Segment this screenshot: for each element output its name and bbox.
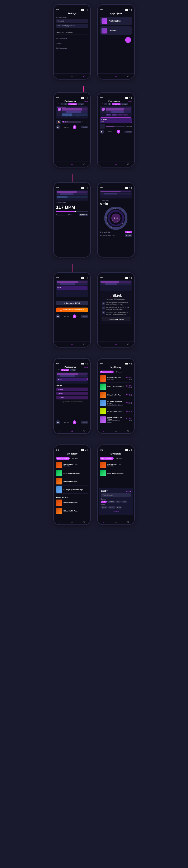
lib2-tab-icon-1[interactable]: ♪ — [58, 520, 62, 524]
section-verse[interactable]: Verse 1 — [106, 114, 111, 116]
daw-tab-music-2[interactable]: ♪ — [102, 162, 106, 166]
undo-btn[interactable]: ↩ — [56, 103, 58, 105]
trash-btn[interactable]: 🗑 — [64, 103, 68, 105]
blanks-option-1[interactable]: 4 Bars — [56, 388, 88, 391]
daw-tab-home[interactable]: ⌂ — [70, 162, 74, 166]
lib3-tab-explore[interactable]: Explore — [115, 457, 123, 460]
key-wheel[interactable]: C G D A E B F# Db Ab Eb a e b f — [105, 207, 127, 230]
delete-account-link[interactable]: Delete account — [56, 46, 88, 50]
apply-btn[interactable]: Apply — [126, 490, 131, 492]
lib-tab-icon-1[interactable]: ♪ — [102, 429, 106, 433]
bpm-slider[interactable] — [56, 211, 88, 212]
track-content-2b[interactable] — [106, 111, 131, 113]
connect-tiktok-btn[interactable]: ♪ Connect to TikTok — [56, 301, 88, 305]
project-item-1[interactable]: First mashup › — [100, 17, 132, 25]
daw-back-1[interactable]: ‹ — [56, 100, 57, 102]
blanks-option-2[interactable]: 8 Bars — [56, 392, 88, 395]
section-verse2[interactable]: Verse 2 — [117, 114, 123, 116]
blanks-pitch-btn[interactable]: ♪ Pitch — [70, 369, 76, 371]
lib-item-4[interactable]: La mujer que bota fuego Natalia Natalia,… — [100, 399, 132, 407]
login-tiktok-btn[interactable]: ♪ Log in with TikTok — [102, 317, 130, 321]
share-button-2[interactable]: ↑ Share — [124, 131, 132, 133]
daw-tab-settings[interactable]: ⚙ — [82, 162, 86, 166]
blanks-save[interactable]: Save — [84, 366, 88, 368]
lib-item-3[interactable]: Nikes On My Feet 120 BPM 74 Mi — [100, 391, 132, 399]
social-share-btn[interactable]: ↑Share — [81, 315, 88, 318]
lib-item-2[interactable]: Little Miss Sunshine 110 BPM 89 Ml — [100, 383, 132, 391]
lib2-tab-icon-3[interactable]: ⚙ — [82, 520, 86, 524]
genre-hiphop[interactable]: Hip-hop — [107, 501, 115, 503]
lib3-item-1[interactable]: Nikes On My Feet Mac Miller — [100, 461, 132, 469]
timeline-scrubber[interactable] — [57, 107, 87, 107]
connect-soundcloud-btn[interactable]: ☁ Connect with SoundCloud — [56, 308, 88, 312]
lib3-tab-icon-3[interactable]: ⚙ — [126, 520, 130, 524]
lib2-tab-explore[interactable]: Explore — [71, 457, 79, 460]
sort-option-1[interactable]: Project match — [101, 493, 131, 497]
lib2-item-2[interactable]: Little Miss Sunshine — [56, 469, 88, 477]
lib3-item-2[interactable]: Little Miss Sunshine — [100, 469, 132, 477]
pitch-btn-1[interactable]: ♪ Pitch — [77, 103, 84, 105]
tiktok-tab-1[interactable]: ♪ — [102, 342, 106, 346]
email-field[interactable]: XX1389309@gmail.com — [56, 24, 88, 28]
lib2-item-1[interactable]: Nikes On My Feet Mac Miller — [56, 461, 88, 469]
rec-key-value[interactable]: C min — [125, 234, 132, 237]
mood-happy[interactable]: Happy — [101, 506, 108, 508]
tab-home[interactable]: ⌂ — [70, 74, 74, 78]
blanks-option-3[interactable]: 16 Bars — [56, 396, 88, 399]
clear-all-btn[interactable]: Clear all — [113, 511, 119, 513]
genre-rock[interactable]: Rock — [121, 501, 127, 503]
tab-settings-2[interactable]: ⚙ — [126, 74, 130, 78]
trash-btn-2[interactable]: 🗑 — [108, 103, 111, 105]
mood-groovy[interactable]: Groovy — [108, 506, 115, 508]
lib-item-1[interactable]: Nikes On My Feet Mac Miller 120 BPM 74 M… — [100, 375, 132, 383]
done-button[interactable]: Done — [125, 231, 132, 233]
send-feedback-link[interactable]: Send feedback — [56, 36, 88, 40]
blanks-tab-2[interactable]: ⌂ — [70, 429, 74, 433]
tab-music-2[interactable]: ♪ — [102, 74, 106, 78]
rec-bpm-value[interactable]: 117 BPM — [79, 214, 88, 216]
timeline-scrubber-2[interactable] — [101, 107, 131, 107]
section-verse3[interactable]: Verse 3 — [123, 114, 128, 116]
scissors-btn[interactable]: ✂ — [61, 103, 64, 105]
blanks-undo[interactable]: ↩ — [56, 369, 58, 371]
lib2-item-3[interactable]: Nikes On My Feet — [56, 477, 88, 486]
tab-music[interactable]: ♪ — [58, 74, 62, 78]
daw-save-1[interactable]: Save — [84, 100, 88, 102]
daw-tab-music[interactable]: ♪ — [58, 162, 62, 166]
redo-btn[interactable]: ↪ — [58, 103, 60, 105]
social-tab-2[interactable]: ⌂ — [70, 342, 74, 346]
mood-rnb[interactable]: R'n'b — [116, 506, 122, 508]
create-project-button[interactable]: + — [125, 37, 131, 43]
lib3-tab-rec[interactable]: Recommended — [100, 457, 114, 460]
lib3-tab-icon-2[interactable]: ⌂ — [114, 520, 118, 524]
lib2-item-5[interactable]: Nikes On My Feet — [56, 499, 88, 507]
social-tab-1[interactable]: ♪ — [58, 342, 62, 346]
lib-tab-explore[interactable]: Explore — [115, 371, 123, 373]
share-button-1[interactable]: ↑ Share — [81, 126, 88, 128]
blanks-add[interactable]: + — [73, 421, 76, 424]
daw-tab-settings-2[interactable]: ⚙ — [126, 162, 130, 166]
lib-item-5[interactable]: Designed Freedom 140 BPM — [100, 407, 132, 415]
tab-home-active[interactable]: ⌂ — [114, 74, 118, 78]
tiktok-tab-2[interactable]: ⌂ — [114, 342, 118, 346]
lib2-item-6[interactable]: Nikes On My Feet — [56, 507, 88, 515]
track-content-3[interactable] — [62, 114, 87, 116]
selected-block[interactable]: 4 Bars Kick — [100, 118, 132, 123]
social-play-btn[interactable]: ▶ — [56, 314, 60, 318]
blanks-share[interactable]: ↑Share — [81, 421, 88, 424]
track-content-1[interactable] — [62, 108, 87, 111]
lib2-item-4[interactable]: La mujer que bota fuego — [56, 486, 88, 494]
social-add-btn[interactable]: + — [73, 314, 76, 318]
daw-save-2[interactable]: Save — [128, 100, 132, 102]
blanks-tab-3[interactable]: ⚙ — [82, 429, 86, 433]
undo-btn-2[interactable]: ↩ — [100, 103, 101, 105]
add-track-button-2[interactable]: + — [117, 130, 120, 133]
blanks-back[interactable]: ‹ — [56, 366, 57, 368]
lib2-tab-rec[interactable]: Recommended — [56, 457, 70, 460]
social-tab-3[interactable]: ⚙ — [82, 342, 86, 346]
genre-pop[interactable]: Pop — [115, 501, 120, 503]
add-track-button-1[interactable]: + — [73, 125, 76, 129]
daw-tab-home-2[interactable]: ⌂ — [114, 162, 118, 166]
redo-btn-2[interactable]: ↪ — [102, 103, 104, 105]
track-content-2a[interactable] — [106, 108, 131, 111]
